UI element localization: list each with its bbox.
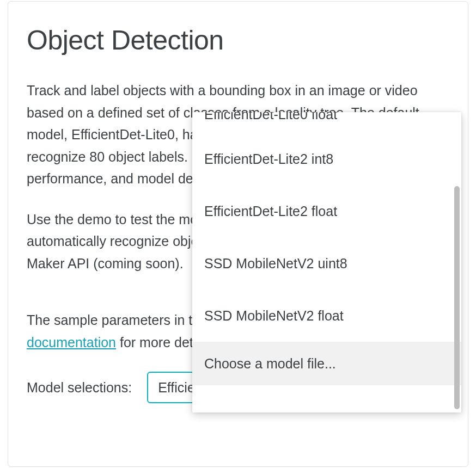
dropdown-item-efficientdet-lite2-int8[interactable]: EfficientDet-Lite2 int8 <box>192 133 461 185</box>
page-title: Object Detection <box>27 26 449 56</box>
dropdown-item-label: EfficientDet-Lite2 float <box>204 204 337 219</box>
dropdown-item-efficientdet-lite2-float[interactable]: EfficientDet-Lite2 float <box>192 185 461 237</box>
dropdown-item-ssd-mobilenetv2-float[interactable]: SSD MobileNetV2 float <box>192 290 461 342</box>
scrollbar-thumb[interactable] <box>454 186 460 409</box>
dropdown-scroll-area: EfficientDet-Lite0 float EfficientDet-Li… <box>192 112 461 412</box>
dropdown-item-label: EfficientDet-Lite2 int8 <box>204 151 333 167</box>
dropdown-item-label: Choose a model file... <box>204 356 336 372</box>
model-selection-label: Model selections: <box>27 380 132 396</box>
dropdown-item-choose-file[interactable]: Choose a model file... <box>192 342 461 385</box>
dropdown-item-label: EfficientDet-Lite0 float <box>204 112 337 122</box>
model-dropdown-menu: EfficientDet-Lite0 float EfficientDet-Li… <box>192 112 461 412</box>
dropdown-item-label: SSD MobileNetV2 uint8 <box>204 256 347 272</box>
dropdown-item-ssd-mobilenetv2-uint8[interactable]: SSD MobileNetV2 uint8 <box>192 237 461 290</box>
dropdown-item-label: SSD MobileNetV2 float <box>204 308 344 324</box>
documentation-link-2[interactable]: documentation <box>27 335 116 350</box>
dropdown-item-efficientdet-lite0-float[interactable]: EfficientDet-Lite0 float <box>192 112 461 133</box>
